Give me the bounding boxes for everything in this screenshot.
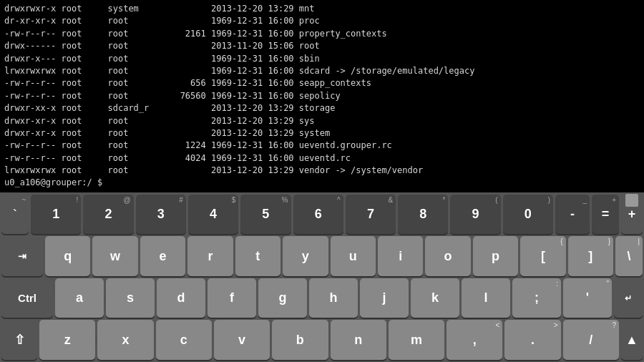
- key-5[interactable]: 5%: [240, 195, 291, 235]
- key-sublabel: <: [496, 321, 500, 329]
- key-9[interactable]: 9(: [450, 195, 500, 235]
- key-enter[interactable]: ↵: [614, 278, 643, 318]
- key-label: ;: [535, 290, 539, 305]
- key-l[interactable]: l: [462, 278, 510, 318]
- key-p[interactable]: p: [473, 236, 518, 276]
- key-tab[interactable]: ⇥: [1, 236, 43, 276]
- key-r[interactable]: r: [187, 236, 233, 276]
- key-h[interactable]: h: [309, 278, 358, 318]
- key-o[interactable]: o: [425, 236, 470, 276]
- terminal-line: lrwxrwxrwx root root 1969-12-31 16:00 sd…: [4, 65, 640, 77]
- key-label: ⇥: [18, 250, 26, 262]
- key-label: 1: [52, 207, 59, 222]
- key-slash[interactable]: /?: [563, 320, 619, 360]
- key-7[interactable]: 7&: [346, 195, 396, 235]
- key-label: b: [296, 333, 304, 348]
- key-semicolon[interactable]: ;:: [512, 278, 561, 318]
- key-y[interactable]: y: [283, 236, 328, 276]
- key-quote[interactable]: '": [563, 278, 612, 318]
- key-label: ▲: [625, 333, 638, 348]
- key-3[interactable]: 3#: [136, 195, 186, 235]
- key-label: .: [531, 333, 535, 348]
- corner-icon: [625, 194, 638, 207]
- terminal-line: drwx------ root root 2013-11-20 15:06 ro…: [4, 40, 640, 52]
- key-sublabel: *: [442, 196, 445, 204]
- key-backslash[interactable]: \|: [615, 236, 643, 276]
- terminal-output: drwxrwxr-x root system 2013-12-20 13:29 …: [0, 0, 644, 192]
- terminal-line: -rw-r--r-- root root 76560 1969-12-31 16…: [4, 90, 640, 102]
- key-sublabel: ^: [337, 196, 341, 204]
- key-sublabel: >: [554, 321, 558, 329]
- key-2[interactable]: 2@: [83, 195, 133, 235]
- key-m[interactable]: m: [389, 320, 444, 360]
- key-equals[interactable]: =+: [592, 195, 619, 235]
- key-6[interactable]: 6^: [293, 195, 343, 235]
- key-sublabel: _: [582, 196, 587, 204]
- key-v[interactable]: v: [214, 320, 270, 360]
- key-c[interactable]: c: [156, 320, 212, 360]
- key-shift-r[interactable]: ▲: [621, 320, 643, 360]
- key-sublabel: +: [612, 196, 616, 204]
- key-i[interactable]: i: [378, 236, 423, 276]
- key-label: l: [484, 290, 487, 305]
- terminal-line: lrwxrwxrwx root root 2013-12-20 13:29 ve…: [4, 165, 640, 177]
- key-sublabel: ?: [612, 321, 616, 329]
- key-label: =: [602, 207, 610, 222]
- key-z[interactable]: z: [39, 320, 95, 360]
- key-sublabel: #: [179, 196, 183, 204]
- key-shift-l[interactable]: ⇧: [1, 320, 37, 360]
- key-label: x: [122, 333, 129, 348]
- key-sublabel: {: [560, 238, 562, 245]
- key-1[interactable]: 1!: [31, 195, 81, 235]
- key-sublabel: |: [638, 238, 640, 245]
- key-period[interactable]: .>: [504, 320, 560, 360]
- key-x[interactable]: x: [97, 320, 153, 360]
- key-sublabel: ~: [21, 196, 26, 204]
- key-b[interactable]: b: [272, 320, 328, 360]
- terminal-line: drwxr-xr-x root root 2013-12-20 13:29 sy…: [4, 115, 640, 127]
- key-8[interactable]: 8*: [398, 195, 448, 235]
- key-f[interactable]: f: [208, 278, 256, 318]
- keyboard-row-row-numbers: `~1!2@3#4$5%6^7&8*9(0)-_=++: [1, 195, 643, 235]
- key-label: ↵: [625, 293, 632, 303]
- key-bracket-r[interactable]: ]}: [568, 236, 613, 276]
- key-label: v: [238, 333, 245, 348]
- key-n[interactable]: n: [331, 320, 386, 360]
- key-g[interactable]: g: [258, 278, 307, 318]
- key-label: s: [127, 290, 134, 305]
- key-label: 0: [525, 207, 532, 222]
- key-s[interactable]: s: [106, 278, 155, 318]
- key-a[interactable]: a: [55, 278, 104, 318]
- key-label: 7: [367, 207, 374, 222]
- key-e[interactable]: e: [140, 236, 185, 276]
- key-sublabel: @: [123, 196, 130, 204]
- key-q[interactable]: q: [45, 236, 90, 276]
- key-minus[interactable]: -_: [555, 195, 590, 235]
- key-4[interactable]: 4$: [188, 195, 238, 235]
- key-sublabel: :: [556, 280, 558, 288]
- key-sublabel: &: [388, 196, 393, 204]
- key-label: 6: [315, 207, 322, 222]
- key-label: \: [628, 249, 631, 264]
- keyboard-row-row-asdf: Ctrlasdfghjkl;:'"↵: [1, 278, 643, 318]
- key-bracket-l[interactable]: [{: [520, 236, 565, 276]
- key-sublabel: (: [495, 196, 497, 204]
- key-label: p: [492, 249, 499, 264]
- key-backtick[interactable]: `~: [1, 195, 29, 235]
- key-0[interactable]: 0): [503, 195, 553, 235]
- key-comma[interactable]: ,<: [447, 320, 502, 360]
- key-label: 3: [157, 207, 165, 222]
- key-t[interactable]: t: [235, 236, 280, 276]
- key-label: g: [279, 290, 287, 305]
- key-label: t: [255, 249, 260, 264]
- key-d[interactable]: d: [157, 278, 205, 318]
- key-u[interactable]: u: [331, 236, 376, 276]
- key-label: n: [354, 333, 362, 348]
- key-label: r: [208, 249, 213, 264]
- key-j[interactable]: j: [360, 278, 409, 318]
- key-ctrl[interactable]: Ctrl: [1, 278, 53, 318]
- key-label: 8: [419, 207, 426, 222]
- key-label: c: [180, 333, 187, 348]
- key-w[interactable]: w: [92, 236, 137, 276]
- key-k[interactable]: k: [411, 278, 459, 318]
